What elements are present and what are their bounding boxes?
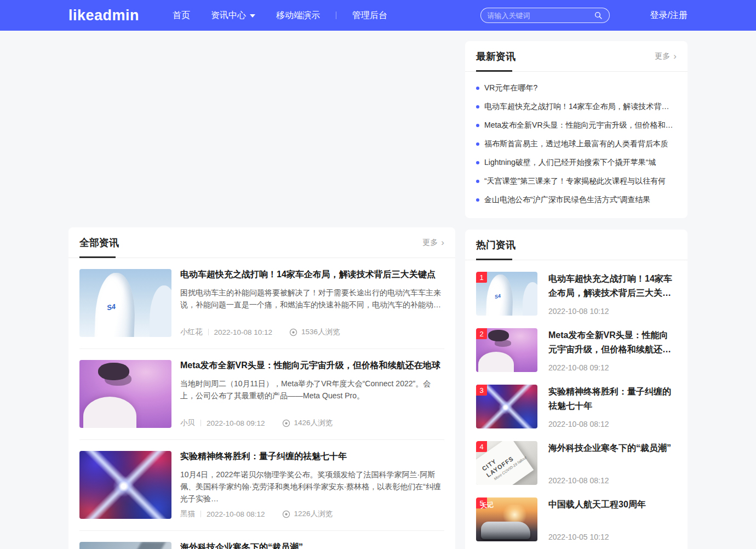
article-description: 10月4日，2022年诺贝尔物理学奖公布。奖项颁发给了法国科学家阿兰·阿斯佩、美… [180, 468, 444, 505]
meta-divider [208, 329, 209, 335]
hot-news-title[interactable]: 实验精神终将胜利：量子纠缠的祛魅七十年 [548, 385, 677, 413]
article-title[interactable]: 实验精神终将胜利：量子纠缠的祛魅七十年 [180, 451, 444, 462]
article-image-layoffs[interactable] [79, 542, 171, 549]
latest-news-panel: 最新资讯 更多› VR元年在哪年? 电动车超快充之战打响！14家车企布局，解读技… [465, 41, 688, 218]
latest-news-more-link[interactable]: 更多› [655, 52, 677, 61]
rank-badge: 2 [476, 328, 487, 339]
hot-news-panel: 热门资讯 1 S4 电动车超快充之战打响！14家车企布局，解读技术背后三大关键点… [465, 230, 688, 549]
hot-news-date: 2022-10-08 08:12 [548, 420, 677, 428]
title-underline [79, 256, 116, 258]
top-navbar: likeadmin 首页 资讯中心 移动端演示 管理后台 登录/注册 [0, 0, 756, 31]
meta-divider [201, 511, 201, 517]
rank-badge: 1 [476, 272, 487, 283]
article-row[interactable]: Meta发布全新VR头显：性能向元宇宙升级，但价格和续航还在地球 当地时间周二（… [79, 349, 444, 440]
hot-image-car-sunset[interactable]: 5 天记 [476, 497, 537, 541]
main-nav: 首页 资讯中心 移动端演示 管理后台 [162, 10, 398, 21]
latest-news-item[interactable]: 金山电池公布“沪广深市民绿色生活方式”调查结果 [476, 191, 677, 209]
hot-news-date: 2022-10-05 10:12 [548, 533, 677, 541]
article-image-vr-headset[interactable] [79, 360, 171, 428]
hot-news-item[interactable]: 1 S4 电动车超快充之战打响！14家车企布局，解读技术背后三大关键点 2022… [476, 272, 677, 316]
chevron-right-icon: › [441, 238, 444, 247]
bullet-dot [476, 124, 479, 127]
article-meta: 黑猫 2022-10-08 08:12 1226人浏览 [180, 509, 444, 519]
all-news-more-link[interactable]: 更多› [422, 238, 444, 248]
hot-image-quantum[interactable]: 3 [476, 385, 537, 428]
hot-news-header: 热门资讯 [465, 230, 688, 260]
article-image-ev-charger[interactable]: S4 [79, 269, 171, 337]
latest-news-item[interactable]: Meta发布全新VR头显：性能向元宇宙升级，但价格和续…还 [476, 116, 677, 135]
article-date: 2022-10-08 08:12 [207, 510, 265, 518]
hot-news-title[interactable]: 海外科技企业寒冬下的“裁员潮” [548, 441, 677, 455]
section-title: 最新资讯 [476, 50, 516, 63]
article-date: 2022-10-08 09:12 [207, 419, 265, 427]
latest-news-item[interactable]: VR元年在哪年? [476, 79, 677, 98]
all-news-header: 全部资讯 更多› [68, 227, 455, 258]
article-views: 1226人浏览 [282, 509, 333, 519]
hot-image-ev-charger[interactable]: 1 S4 [476, 272, 537, 316]
article-image-quantum[interactable] [79, 451, 171, 519]
hot-news-item[interactable]: 5 天记 中国载人航天工程30周年 2022-10-05 10:12 [476, 497, 677, 541]
page-content: 全部资讯 更多› S4 电动车超快充之战打响！14家车企布局，解读技术背后三大关… [68, 41, 688, 549]
hot-image-vr-headset[interactable]: 2 [476, 328, 537, 372]
login-register-link[interactable]: 登录/注册 [650, 10, 688, 21]
article-description: 困扰电动车主的补能问题将要被解决了！对于需要长途出行的电动汽车车主来说，补能问题… [180, 287, 444, 311]
logo[interactable]: likeadmin [68, 7, 139, 24]
article-author: 小红花 [180, 327, 203, 337]
bullet-dot [476, 180, 479, 183]
hot-image-newspaper[interactable]: 4 CITY LAYOFFS More COVID-19 fallout [476, 441, 537, 485]
image-overlay-text: S4 [106, 302, 116, 312]
nav-item-home[interactable]: 首页 [162, 10, 201, 21]
article-title[interactable]: Meta发布全新VR头显：性能向元宇宙升级，但价格和续航还在地球 [180, 360, 444, 371]
latest-news-item[interactable]: 福布斯首富易主，透过地球上最富有的人类看背后本质 [476, 135, 677, 153]
hot-news-item[interactable]: 2 Meta发布全新VR头显：性能向元宇宙升级，但价格和续航还在地球 2022-… [476, 328, 677, 372]
rank-badge: 4 [476, 441, 487, 452]
bullet-dot [476, 161, 479, 164]
article-views: 1426人浏览 [282, 418, 333, 428]
hot-news-date: 2022-10-08 09:12 [548, 363, 677, 372]
search-input[interactable] [488, 12, 594, 20]
latest-news-item[interactable]: “天宫课堂”第三课来了！专家揭秘此次课程与以往有何 [476, 172, 677, 191]
bullet-dot [476, 198, 479, 202]
title-underline [476, 259, 512, 260]
section-title: 热门资讯 [476, 238, 516, 251]
hot-news-title[interactable]: 中国载人航天工程30周年 [548, 497, 677, 512]
eye-icon [282, 419, 291, 428]
article-row[interactable]: S4 电动车超快充之战打响！14家车企布局，解读技术背后三大关键点 困扰电动车主… [79, 258, 444, 349]
article-title[interactable]: 海外科技企业寒冬下的“裁员潮” [180, 542, 444, 549]
eye-icon [289, 328, 298, 337]
bullet-dot [476, 142, 479, 146]
latest-news-item[interactable]: 电动车超快充之战打响！14家车企布局，解读技术背后三… [476, 98, 677, 116]
section-title: 全部资讯 [79, 236, 119, 249]
article-author: 小贝 [180, 418, 195, 428]
article-description: 当地时间周二（10月11日），Meta举办了VR年度大会“Connect 202… [180, 378, 444, 402]
latest-news-list: VR元年在哪年? 电动车超快充之战打响！14家车企布局，解读技术背后三… Met… [465, 72, 688, 218]
latest-news-header: 最新资讯 更多› [465, 41, 688, 72]
article-meta: 小红花 2022-10-08 10:12 1536人浏览 [180, 327, 444, 337]
article-views: 1536人浏览 [289, 327, 340, 337]
hot-news-item[interactable]: 3 实验精神终将胜利：量子纠缠的祛魅七十年 2022-10-08 08:12 [476, 385, 677, 428]
latest-news-item[interactable]: Lightning破壁，人们已经开始搜索下个撬开苹果“城 [476, 153, 677, 172]
chevron-down-icon [250, 14, 255, 18]
rank-badge: 3 [476, 385, 487, 396]
article-row[interactable]: 海外科技企业寒冬下的“裁员潮” [79, 531, 444, 549]
hot-news-date: 2022-10-08 10:12 [548, 307, 677, 316]
article-title[interactable]: 电动车超快充之战打响！14家车企布局，解读技术背后三大关键点 [180, 269, 444, 280]
hot-news-date: 2022-10-08 08:12 [548, 476, 677, 485]
meta-divider [201, 420, 201, 426]
left-column: 全部资讯 更多› S4 电动车超快充之战打响！14家车企布局，解读技术背后三大关… [68, 41, 455, 549]
search-box [480, 8, 610, 23]
bullet-dot [476, 105, 479, 108]
eye-icon [282, 510, 291, 519]
hot-news-item[interactable]: 4 CITY LAYOFFS More COVID-19 fallout 海外科… [476, 441, 677, 485]
article-row[interactable]: 实验精神终将胜利：量子纠缠的祛魅七十年 10月4日，2022年诺贝尔物理学奖公布… [79, 440, 444, 531]
search-icon[interactable] [594, 11, 603, 20]
nav-item-admin[interactable]: 管理后台 [342, 10, 398, 21]
right-column: 最新资讯 更多› VR元年在哪年? 电动车超快充之战打响！14家车企布局，解读技… [465, 41, 688, 549]
nav-item-news-center[interactable]: 资讯中心 [201, 10, 266, 21]
image-overlay-text: 天记 [480, 500, 494, 511]
nav-item-mobile-demo[interactable]: 移动端演示 [266, 10, 330, 21]
bullet-dot [476, 87, 479, 90]
hot-news-title[interactable]: 电动车超快充之战打响！14家车企布局，解读技术背后三大关键点 [548, 272, 677, 300]
article-author: 黑猫 [180, 509, 195, 519]
hot-news-title[interactable]: Meta发布全新VR头显：性能向元宇宙升级，但价格和续航还在地球 [548, 328, 677, 357]
